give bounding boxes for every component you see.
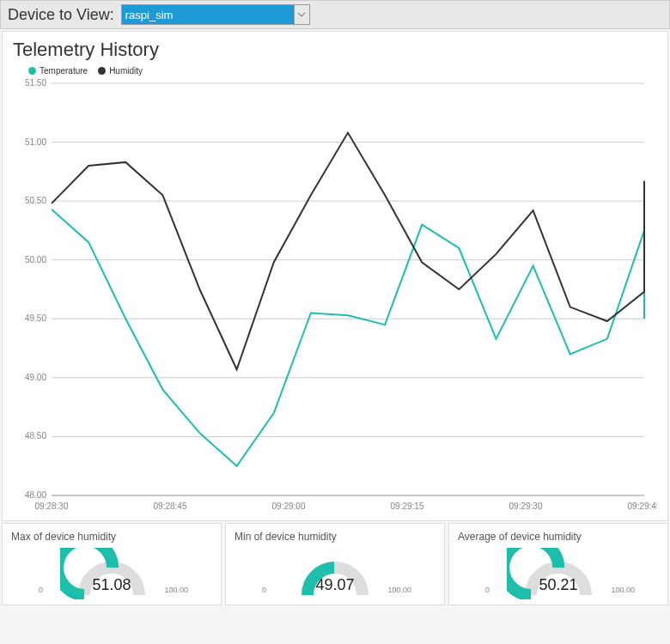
legend-dot-humidity [98, 67, 106, 75]
gauge-title: Average of device humidity [458, 531, 659, 543]
svg-text:48.50: 48.50 [25, 431, 46, 440]
chart-title: Telemetry History [13, 39, 657, 61]
gauge-body: 0 51.08 100.00 [11, 548, 212, 599]
gauge-title: Min of device humidity [234, 531, 436, 543]
device-label: Device to View: [8, 6, 114, 24]
legend-item-humidity: Humidity [98, 66, 143, 76]
gauge-value: 49.07 [315, 576, 354, 594]
chevron-down-icon [294, 5, 309, 24]
svg-text:09:28:45: 09:28:45 [154, 501, 187, 511]
svg-text:09:29:15: 09:29:15 [391, 501, 424, 511]
gauge-min-humidity: Min of device humidity 0 49.07 100.00 [225, 523, 445, 605]
svg-text:51.00: 51.00 [25, 137, 46, 147]
gauge-max-humidity: Max of device humidity 0 51.08 100.00 [2, 523, 222, 605]
chart-area: 48.0048.5049.0049.5050.0050.5051.0051.50… [13, 79, 657, 517]
gauge-row: Max of device humidity 0 51.08 100.00 Mi… [2, 523, 668, 605]
header-bar: Device to View: raspi_sim [0, 0, 670, 29]
svg-text:50.50: 50.50 [25, 196, 46, 205]
telemetry-panel: Telemetry History Temperature Humidity 4… [2, 31, 668, 521]
line-chart: 48.0048.5049.0049.5050.0050.5051.0051.50… [13, 79, 657, 517]
legend-label-temperature: Temperature [40, 66, 88, 76]
legend-label-humidity: Humidity [109, 66, 143, 76]
gauge-max-label: 100.00 [611, 586, 635, 594]
gauge-max-label: 100.00 [164, 586, 188, 594]
svg-text:49.50: 49.50 [25, 313, 46, 323]
svg-text:09:29:30: 09:29:30 [509, 501, 543, 511]
gauge-min-label: 0 [262, 586, 266, 594]
svg-text:49.00: 49.00 [25, 373, 46, 382]
gauge-title: Max of device humidity [11, 531, 212, 543]
legend-dot-temperature [28, 67, 36, 75]
chart-legend: Temperature Humidity [28, 66, 657, 76]
gauge-value: 50.21 [539, 576, 577, 594]
gauge-avg-humidity: Average of device humidity 0 50.21 100.0… [448, 523, 668, 605]
svg-text:09:28:30: 09:28:30 [35, 501, 69, 511]
svg-text:50.00: 50.00 [25, 255, 46, 264]
device-select-value: raspi_sim [125, 9, 174, 21]
device-select[interactable]: raspi_sim [121, 4, 310, 25]
gauge-min-label: 0 [39, 586, 43, 594]
gauge-body: 0 50.21 100.00 [458, 548, 659, 599]
gauge-body: 0 49.07 100.00 [234, 548, 436, 599]
gauge-value: 51.08 [92, 576, 131, 594]
gauge-max-label: 100.00 [387, 586, 411, 594]
svg-text:09:29:00: 09:29:00 [272, 501, 306, 511]
legend-item-temperature: Temperature [28, 66, 88, 76]
svg-text:48.00: 48.00 [25, 490, 46, 500]
svg-text:51.50: 51.50 [25, 79, 46, 88]
svg-text:09:29:45: 09:29:45 [628, 501, 657, 511]
gauge-min-label: 0 [485, 586, 490, 594]
